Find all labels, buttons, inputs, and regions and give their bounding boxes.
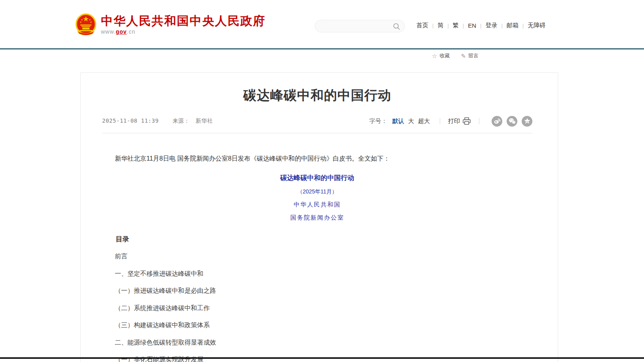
top-nav-link[interactable]: 繁	[453, 22, 459, 29]
toc-item: 一、坚定不移推进碳达峰碳中和	[102, 265, 532, 282]
wechat-share-icon[interactable]	[507, 116, 517, 127]
top-nav-link[interactable]: EN	[468, 22, 476, 29]
nav-separator: |	[432, 23, 433, 28]
lead-paragraph: 新华社北京11月8日电 国务院新闻办公室8日发布《碳达峰碳中和的中国行动》白皮书…	[102, 154, 532, 163]
favorite-button[interactable]: ☆ 收藏	[432, 52, 450, 59]
site-brand[interactable]: 中华人民共和国中央人民政府 www.gov.cn	[75, 13, 266, 36]
nav-separator: |	[463, 23, 464, 28]
source-value: 新华社	[196, 118, 213, 124]
article-meta-right: 字号： 默认 大 超大 打印	[369, 116, 532, 127]
national-emblem-logo	[75, 13, 97, 36]
article-title: 碳达峰碳中和的中国行动	[102, 87, 532, 104]
toc-item: （二）系统推进碳达峰碳中和工作	[102, 299, 532, 317]
document-date: （2025年11月）	[102, 188, 532, 195]
top-nav-link[interactable]: 邮箱	[507, 22, 519, 29]
meta-divider	[479, 118, 479, 124]
nav-separator: |	[522, 23, 524, 28]
favorite-label: 收藏	[439, 52, 450, 59]
font-size-xlarge-button[interactable]: 超大	[418, 118, 430, 125]
top-nav-link[interactable]: 无障碍	[528, 22, 545, 29]
star-icon: ☆	[432, 53, 437, 59]
publish-date: 2025-11-08 11:39	[102, 118, 159, 124]
font-size-default-button[interactable]: 默认	[392, 118, 404, 125]
top-nav-link[interactable]: 首页	[416, 22, 428, 29]
star-share-icon[interactable]	[522, 116, 532, 127]
document-title: 碳达峰碳中和的中国行动	[102, 173, 532, 182]
source-label: 来源：	[173, 118, 190, 124]
comment-label: 留言	[468, 52, 479, 59]
nav-separator: |	[501, 23, 502, 28]
top-nav: |首页 |简 |繁 |EN |登录 |邮箱 |无障碍	[412, 22, 549, 29]
nav-separator: |	[480, 23, 481, 28]
weibo-share-icon[interactable]	[492, 116, 502, 127]
article-container: 碳达峰碳中和的中国行动 2025-11-08 11:39 来源： 新华社 字号：…	[80, 72, 558, 362]
search-input[interactable]	[321, 21, 388, 32]
font-size-large-button[interactable]: 大	[408, 118, 414, 125]
article-body: 新华社北京11月8日电 国务院新闻办公室8日发布《碳达峰碳中和的中国行动》白皮书…	[102, 154, 532, 362]
search-icon[interactable]	[393, 23, 400, 30]
header-divider	[0, 48, 644, 49]
comment-button[interactable]: ✎ 留言	[461, 52, 479, 59]
meta-divider	[440, 118, 440, 124]
toc-list: 前言 一、坚定不移推进碳达峰碳中和 （一）推进碳达峰碳中和是必由之路 （二）系统…	[102, 248, 532, 362]
toc-heading: 目录	[102, 235, 532, 244]
pencil-icon: ✎	[461, 53, 466, 59]
nav-separator: |	[447, 23, 448, 28]
top-nav-link[interactable]: 简	[437, 22, 443, 29]
footer-top-border	[0, 357, 644, 359]
printer-icon[interactable]	[462, 117, 471, 125]
site-header: 中华人民共和国中央人民政府 www.gov.cn |首页 |简 |繁 |EN |…	[0, 0, 644, 48]
toc-item: （一）推进碳达峰碳中和是必由之路	[102, 282, 532, 299]
toc-item: 前言	[102, 248, 532, 265]
document-author-country: 中华人民共和国	[102, 201, 532, 208]
article-meta: 2025-11-08 11:39 来源： 新华社 字号： 默认 大 超大 打印	[102, 116, 532, 133]
font-size-label: 字号：	[369, 118, 387, 125]
toc-item: （三）构建碳达峰碳中和政策体系	[102, 317, 532, 334]
site-url: www.gov.cn	[101, 28, 266, 35]
quick-actions: ☆ 收藏 ✎ 留言	[432, 52, 479, 59]
top-nav-link[interactable]: 登录	[485, 22, 497, 29]
document-author-office: 国务院新闻办公室	[102, 214, 532, 222]
site-title: 中华人民共和国中央人民政府	[101, 14, 266, 27]
article-meta-left: 2025-11-08 11:39 来源： 新华社	[102, 118, 213, 125]
print-button[interactable]: 打印	[448, 118, 460, 125]
toc-item: （一）非化石能源实现跃升发展	[102, 351, 532, 362]
toc-item: 二、能源绿色低碳转型取得显著成效	[102, 334, 532, 351]
search-box[interactable]	[315, 20, 405, 32]
